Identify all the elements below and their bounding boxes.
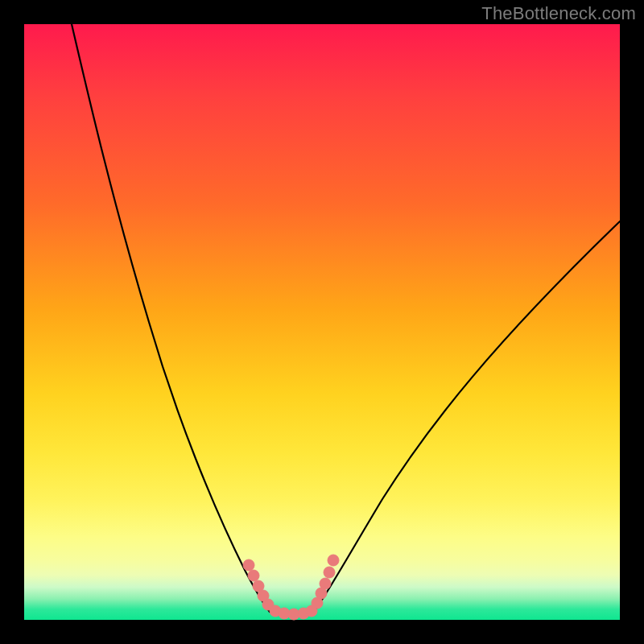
valley-marker-dots: [243, 555, 339, 620]
right-branch-curve: [314, 221, 620, 612]
svg-point-0: [243, 559, 254, 571]
left-branch-curve: [72, 24, 270, 612]
watermark-text: TheBottleneck.com: [481, 3, 636, 24]
svg-point-1: [248, 570, 259, 581]
svg-point-13: [324, 567, 335, 578]
chart-frame: TheBottleneck.com: [0, 0, 644, 644]
curve-layer: [24, 24, 620, 620]
svg-point-12: [320, 578, 331, 589]
svg-point-14: [328, 555, 339, 566]
